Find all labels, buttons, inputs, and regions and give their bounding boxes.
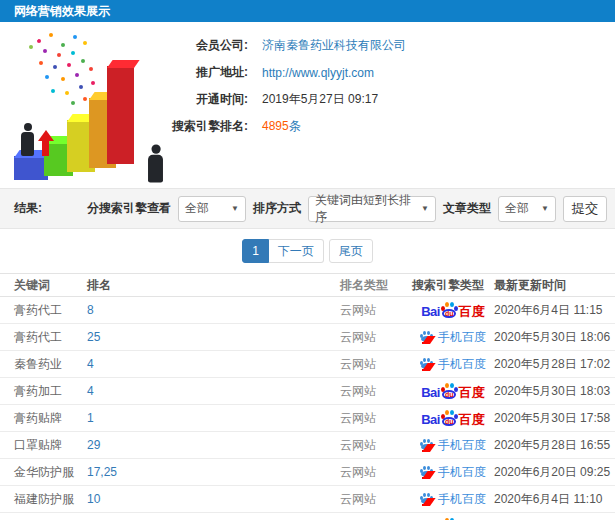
- sort-filter-value: 关键词由短到长排序: [315, 192, 415, 226]
- last-page-button[interactable]: 尾页: [329, 239, 373, 263]
- baidu-logo: Bai du 百度: [421, 302, 485, 318]
- updated-cell: 2020年5月28日 16:55: [494, 437, 615, 454]
- header-updated: 最新更新时间: [494, 277, 615, 294]
- rank-link[interactable]: 17,25: [87, 465, 117, 479]
- rank-count-number: 4895: [262, 119, 289, 133]
- table-row: 膏药加工 4 云网站 Bai du 百度 手机百度 2020年5月30日: [0, 378, 615, 405]
- keyword-cell: 膏药代工: [0, 302, 87, 319]
- info-row-open-time: 开通时间: 2019年5月27日 09:17: [148, 86, 406, 113]
- info-row-company: 会员公司: 济南秦鲁药业科技有限公司: [148, 32, 406, 59]
- engine-cell: Bai du 百度 手机百度: [412, 302, 494, 318]
- engine-cell: Bai du 百度 手机百度: [412, 329, 494, 346]
- engine-cell: Bai du 百度 手机百度: [412, 464, 494, 481]
- result-label: 结果:: [14, 200, 42, 217]
- rank-link[interactable]: 1: [87, 411, 94, 425]
- mobile-baidu-badge: 手机百度: [420, 464, 486, 481]
- header-rank-type: 排名类型: [340, 277, 412, 294]
- updated-cell: 2020年5月30日 18:03: [494, 383, 615, 400]
- article-type-select[interactable]: 全部 ▼: [498, 196, 556, 222]
- keyword-cell: 金华防护服: [0, 464, 87, 481]
- header-rank: 排名: [87, 277, 340, 294]
- info-section: 会员公司: 济南秦鲁药业科技有限公司 推广地址: http://www.qlyy…: [0, 22, 615, 188]
- businessman-figure-right: [148, 145, 163, 183]
- keyword-cell: 膏药贴牌: [0, 410, 87, 427]
- mobile-baidu-paw-icon: [420, 331, 433, 344]
- open-time-value: 2019年5月27日 09:17: [262, 91, 378, 108]
- keyword-cell: 膏药加工: [0, 383, 87, 400]
- engine-cell: Bai du 百度 手机百度: [412, 437, 494, 454]
- engine-cell: Bai du 百度 手机百度: [412, 491, 494, 508]
- engine-cell: Bai du 百度 手机百度: [412, 356, 494, 373]
- updated-cell: 2020年5月30日 18:06: [494, 329, 615, 346]
- chevron-down-icon: ▼: [535, 204, 549, 213]
- rank-link[interactable]: 10: [87, 492, 100, 506]
- rank-count-suffix: 条: [289, 119, 301, 133]
- mobile-baidu-paw-icon: [420, 466, 433, 479]
- updated-cell: 2020年5月30日 17:58: [494, 410, 615, 427]
- table-row: 福建防护服 10 云网站 Bai du 百度 手机百度 2020年6月4: [0, 486, 615, 513]
- rank-link[interactable]: 25: [87, 330, 100, 344]
- keyword-cell: 膏药代工: [0, 329, 87, 346]
- chevron-down-icon: ▼: [225, 204, 239, 213]
- keyword-cell: 福建防护服: [0, 491, 87, 508]
- table-row: Bai du 百度 手机百度: [0, 513, 615, 520]
- next-page-button[interactable]: 下一页: [269, 239, 324, 263]
- mobile-baidu-paw-icon: [420, 493, 433, 506]
- confetti-dots: [36, 38, 38, 40]
- baidu-paw-icon: du: [441, 302, 458, 318]
- open-time-label: 开通时间:: [148, 91, 248, 108]
- engine-filter-value: 全部: [185, 200, 209, 217]
- info-row-url: 推广地址: http://www.qlyyjt.com: [148, 59, 406, 86]
- submit-button[interactable]: 提交: [563, 196, 607, 222]
- rank-type-cell: 云网站: [340, 383, 412, 400]
- rank-link[interactable]: 4: [87, 384, 94, 398]
- rank-link[interactable]: 8: [87, 303, 94, 317]
- table-body: 膏药代工 8 云网站 Bai du 百度 手机百度 2020年6月4日: [0, 297, 615, 520]
- promo-url-label: 推广地址:: [148, 64, 248, 81]
- table-row: 膏药贴牌 1 云网站 Bai du 百度 手机百度 2020年5月30日: [0, 405, 615, 432]
- rank-type-cell: 云网站: [340, 329, 412, 346]
- updated-cell: 2020年6月20日 09:25: [494, 464, 615, 481]
- updated-cell: 2020年6月4日 11:10: [494, 491, 615, 508]
- rank-type-cell: 云网站: [340, 356, 412, 373]
- rank-type-cell: 云网站: [340, 302, 412, 319]
- article-type-label: 文章类型: [443, 200, 491, 217]
- engine-filter-label: 分搜索引擎查看: [87, 200, 171, 217]
- mobile-baidu-badge: 手机百度: [420, 437, 486, 454]
- rank-link[interactable]: 4: [87, 357, 94, 371]
- page-title: 网络营销效果展示: [14, 3, 110, 20]
- rank-type-cell: 云网站: [340, 464, 412, 481]
- baidu-logo: Bai du 百度: [421, 383, 485, 399]
- updated-cell: 2020年5月28日 17:02: [494, 356, 615, 373]
- mobile-baidu-label: 手机百度: [438, 437, 486, 454]
- mobile-baidu-badge: 手机百度: [420, 356, 486, 373]
- filter-bar: 结果: 分搜索引擎查看 全部 ▼ 排序方式 关键词由短到长排序 ▼ 文章类型 全…: [0, 188, 615, 229]
- rank-link[interactable]: 29: [87, 438, 100, 452]
- promo-url-link[interactable]: http://www.qlyyjt.com: [262, 66, 374, 80]
- keyword-cell: 口罩贴牌: [0, 437, 87, 454]
- info-row-rank-count: 搜索引擎排名: 4895条: [148, 113, 406, 140]
- rank-type-cell: 云网站: [340, 491, 412, 508]
- sort-filter-select[interactable]: 关键词由短到长排序 ▼: [308, 196, 436, 222]
- mobile-baidu-label: 手机百度: [438, 329, 486, 346]
- table-row: 金华防护服 17,25 云网站 Bai du 百度 手机百度 2020年: [0, 459, 615, 486]
- rank-type-cell: 云网站: [340, 410, 412, 427]
- mobile-baidu-label: 手机百度: [438, 491, 486, 508]
- engine-cell: Bai du 百度 手机百度: [412, 383, 494, 399]
- table-row: 口罩贴牌 29 云网站 Bai du 百度 手机百度 2020年5月28: [0, 432, 615, 459]
- table-header-row: 关键词 排名 排名类型 搜索引擎类型 最新更新时间: [0, 273, 615, 297]
- keyword-cell: 秦鲁药业: [0, 356, 87, 373]
- page-number-current[interactable]: 1: [242, 239, 269, 263]
- sort-filter-label: 排序方式: [253, 200, 301, 217]
- engine-filter-select[interactable]: 全部 ▼: [178, 196, 246, 222]
- mobile-baidu-label: 手机百度: [438, 356, 486, 373]
- chart-bar-red: [107, 66, 134, 164]
- pagination: 1 下一页 尾页: [0, 229, 615, 273]
- rank-count-label: 搜索引擎排名:: [148, 118, 248, 135]
- chart-bar-blue: [14, 156, 48, 180]
- results-table: 关键词 排名 排名类型 搜索引擎类型 最新更新时间 膏药代工 8 云网站 Bai…: [0, 273, 615, 520]
- table-row: 膏药代工 25 云网站 Bai du 百度 手机百度 2020年5月30: [0, 324, 615, 351]
- company-link[interactable]: 济南秦鲁药业科技有限公司: [262, 37, 406, 54]
- header-keyword: 关键词: [0, 277, 87, 294]
- mobile-baidu-paw-icon: [420, 439, 433, 452]
